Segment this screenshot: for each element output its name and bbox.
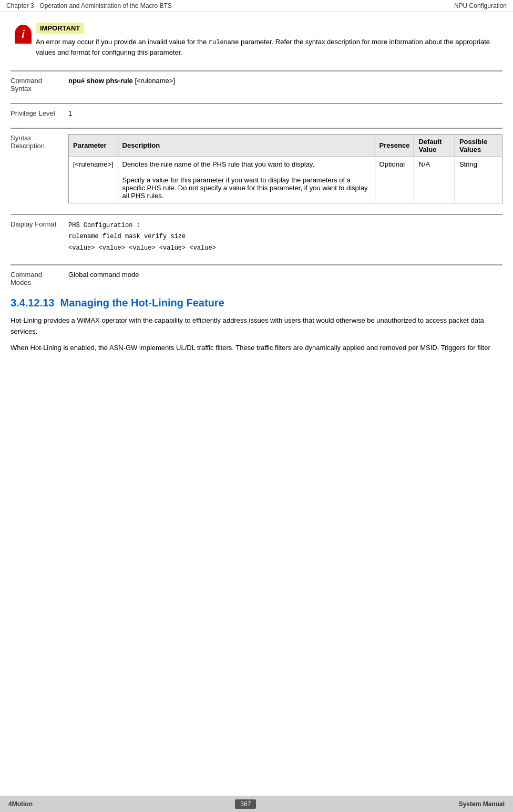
cell-parameter: [<rulename>] [69,157,118,203]
display-format-line3: <value> <value> <value> <value> <value> [68,243,502,254]
col-header-description: Description [118,134,375,157]
body-paragraph-1: Hot-Lining provides a WiMAX operator wit… [11,315,502,337]
privilege-level-label: Privilege Level [11,109,68,117]
command-modes-section: Command Modes Global command mode [11,264,502,286]
command-modes-value: Global command mode [68,271,139,279]
privilege-level-value: 1 [68,109,72,117]
display-format-line2: rulename field mask verify size [68,231,502,243]
col-header-parameter: Parameter [69,134,118,157]
display-format-section: Display Format PHS Configuration : rulen… [11,214,502,254]
main-content: i IMPORTANT An error may occur if you pr… [0,12,513,364]
privilege-level-content: 1 [68,109,502,117]
col-header-default-value: Default Value [414,134,455,157]
privilege-level-label-text: Privilege Level [11,109,55,117]
command-syntax-label: Command Syntax [11,77,68,92]
cell-description: Denotes the rule name of the PHS rule th… [118,157,375,203]
display-format-code: PHS Configuration : rulename field mask … [68,220,502,254]
table-header-row: Parameter Description Presence Default V… [69,134,502,157]
syntax-description-section: Syntax Description Parameter Description… [11,128,502,203]
command-syntax-content: npu# show phs-rule [<rulename>] [68,77,502,92]
header-chapter: Chapter 3 - Operation and Administration… [6,2,172,9]
display-format-line1: PHS Configuration : [68,220,502,232]
desc-p1: Denotes the rule name of the PHS rule th… [122,160,371,168]
important-text-part1: An error may occur if you provide an inv… [36,38,209,46]
syntax-description-label: Syntax Description [11,134,68,203]
privilege-level-section: Privilege Level 1 [11,103,502,117]
section-title: Managing the Hot-Lining Feature [60,297,224,309]
cell-default-value: N/A [414,157,455,203]
display-format-label-text: Display Format [11,220,56,228]
important-code: rulename [209,39,239,46]
syntax-description-content: Parameter Description Presence Default V… [68,134,502,203]
col-header-presence: Presence [375,134,414,157]
command-modes-label: Command Modes [11,271,68,286]
syntax-description-label-text: Syntax Description [11,134,45,150]
command-syntax-section: Command Syntax npu# show phs-rule [<rule… [11,70,502,92]
cell-possible-values: String [455,157,502,203]
important-text: An error may occur if you provide an inv… [36,37,502,58]
important-content: IMPORTANT An error may occur if you prov… [36,23,502,58]
command-modes-content: Global command mode [68,271,502,286]
display-format-content: PHS Configuration : rulename field mask … [68,220,502,254]
command-modes-label-text: Command Modes [11,271,42,286]
command-syntax-bold: npu# show phs-rule [68,77,133,85]
display-format-label: Display Format [11,220,68,254]
section-heading: 3.4.12.13 Managing the Hot-Lining Featur… [11,297,502,309]
desc-p2: Specify a value for this parameter if yo… [122,176,371,200]
command-syntax-rest: [<rulename>] [133,77,175,85]
important-title: IMPORTANT [36,23,84,34]
cell-presence: Optional [375,157,414,203]
page-header: Chapter 3 - Operation and Administration… [0,0,513,12]
col-header-possible-values: Possible Values [455,134,502,157]
info-icon: i [15,25,32,44]
syntax-table: Parameter Description Presence Default V… [68,134,502,203]
command-syntax-label-text: Command Syntax [11,77,42,92]
table-row: [<rulename>] Denotes the rule name of th… [69,157,502,203]
header-section: NPU Configuration [454,2,507,9]
important-box: i IMPORTANT An error may occur if you pr… [11,23,502,58]
section-number: 3.4.12.13 [11,297,54,309]
body-paragraph-2: When Hot-Lining is enabled, the ASN-GW i… [11,343,502,354]
important-icon-container: i [11,23,36,58]
